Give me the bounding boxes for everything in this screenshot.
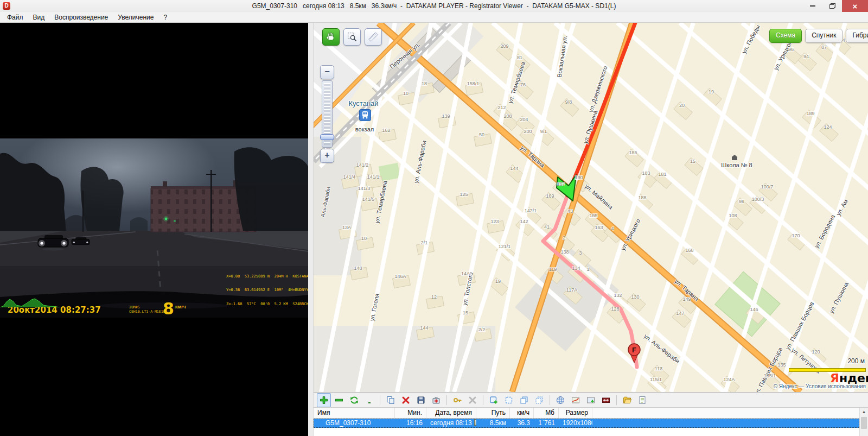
backup-button[interactable] bbox=[429, 393, 443, 407]
add-button[interactable] bbox=[317, 393, 331, 407]
column-header[interactable]: Имя bbox=[314, 408, 395, 418]
file-table-scrollbar[interactable]: ▲ bbox=[859, 408, 868, 436]
house-number: 10 bbox=[361, 236, 367, 241]
street-label: ул. Толстого bbox=[461, 271, 474, 306]
zoom-in-button[interactable]: + bbox=[320, 149, 334, 163]
house-number: 19 bbox=[709, 89, 714, 94]
column-header[interactable]: Мин. bbox=[395, 408, 426, 418]
street-label: ул. Аль-Фараби bbox=[412, 140, 427, 184]
report-button[interactable] bbox=[635, 393, 649, 407]
osd-speed: 8 КМ/Ч bbox=[163, 302, 186, 316]
street-label: Перонная ул. bbox=[388, 41, 421, 69]
cascade-select-button[interactable] bbox=[532, 393, 546, 407]
frame-add-button[interactable] bbox=[487, 393, 501, 407]
cell-Дата, время: сегодня 08:13 bbox=[426, 419, 476, 428]
menu-item-help[interactable]: ? bbox=[158, 12, 172, 22]
video-panel[interactable]: 20окт2014 08:27:37 20M#5 CEH10.LT1-A-M1E… bbox=[0, 23, 308, 436]
map-type-button[interactable]: Гибрид bbox=[846, 29, 868, 43]
menu-item-file[interactable]: Файл bbox=[2, 12, 28, 22]
restore-button[interactable] bbox=[822, 0, 842, 12]
house-number: 142/1 bbox=[525, 208, 537, 213]
house-number: 10 bbox=[403, 91, 409, 96]
save-button[interactable] bbox=[414, 393, 428, 407]
osd-speed-graph bbox=[0, 296, 60, 307]
house-number: 142 bbox=[520, 219, 528, 224]
remove-button[interactable] bbox=[332, 393, 346, 407]
frame-select-button[interactable] bbox=[502, 393, 516, 407]
school-icon bbox=[731, 153, 738, 163]
refresh-button[interactable] bbox=[347, 393, 361, 407]
map-add-button[interactable] bbox=[584, 393, 598, 407]
house-number: 165 bbox=[589, 213, 597, 218]
scrollbar-up-arrow[interactable]: ▲ bbox=[860, 408, 868, 416]
house-number: 163 bbox=[595, 225, 603, 230]
map-panel[interactable]: F Перонная ул.ул. Темирбаеваул. Темирбае… bbox=[314, 23, 868, 392]
house-number: 208 bbox=[503, 113, 512, 119]
zoom-select-button[interactable] bbox=[343, 28, 361, 46]
cell-Путь: 8.5км bbox=[476, 419, 510, 428]
key-button[interactable] bbox=[450, 393, 464, 407]
street-label: ул. Павших Борцов bbox=[784, 301, 815, 351]
house-number: 141/5 bbox=[362, 197, 375, 202]
zoom-slider-handle[interactable] bbox=[320, 134, 334, 140]
open-folder-button[interactable] bbox=[620, 393, 634, 407]
column-header[interactable]: Путь bbox=[476, 408, 510, 418]
toolbar-separator bbox=[483, 395, 483, 405]
street-label: ул. Ам bbox=[835, 198, 849, 217]
house-number: 132 bbox=[614, 293, 622, 298]
house-number: 2/1 bbox=[421, 240, 428, 245]
house-number: 212 bbox=[497, 105, 506, 110]
column-header[interactable]: Мб bbox=[534, 408, 559, 418]
map-type-button[interactable]: Спутник bbox=[805, 29, 843, 43]
house-number: 141/4 bbox=[343, 174, 356, 180]
zoom-out-button[interactable]: − bbox=[320, 65, 334, 79]
delete-button[interactable] bbox=[399, 393, 413, 407]
street-label: ул. Пушкина bbox=[582, 110, 599, 144]
video-osd-overlay: 20окт2014 08:27:37 20M#5 CEH10.LT1-A-M1E… bbox=[0, 296, 308, 317]
google-earth-button[interactable] bbox=[553, 393, 567, 407]
house-number: 96 bbox=[788, 47, 794, 52]
menu-item-playback[interactable]: Воспроизведение bbox=[49, 12, 113, 22]
column-header[interactable]: Дата, время bbox=[426, 408, 476, 418]
table-row[interactable]: G5M_0307-31016:16сегодня 08:138.5км36.31… bbox=[314, 419, 859, 428]
column-header[interactable]: Размер bbox=[559, 408, 592, 418]
house-number: 120 bbox=[812, 349, 820, 355]
house-number: 135/1 bbox=[764, 373, 776, 378]
cascade-button[interactable] bbox=[517, 393, 531, 407]
map-copyright-link[interactable]: © Яндекс — Условия использования bbox=[774, 383, 866, 389]
copy-button[interactable] bbox=[384, 393, 398, 407]
train-station-icon[interactable] bbox=[360, 110, 371, 121]
column-header[interactable]: км/ч bbox=[510, 408, 534, 418]
more-button[interactable] bbox=[362, 393, 376, 407]
house-number: 115/1 bbox=[650, 377, 662, 382]
pan-hand-button[interactable] bbox=[322, 28, 340, 46]
menu-item-view[interactable]: Вид bbox=[28, 12, 50, 22]
house-number: 119 bbox=[549, 267, 557, 272]
house-number: 108 bbox=[729, 213, 737, 218]
house-number: 87 bbox=[821, 45, 827, 50]
screen-size-button[interactable] bbox=[599, 393, 613, 407]
close-button[interactable]: × bbox=[842, 0, 868, 12]
house-number: 141/2 bbox=[356, 162, 369, 168]
house-number: 3 bbox=[579, 250, 582, 256]
panel-splitter[interactable] bbox=[308, 23, 314, 436]
zoom-slider-track[interactable] bbox=[322, 80, 333, 148]
cell-Размер: 1920x1080 bbox=[559, 419, 592, 428]
house-number: 121/1 bbox=[499, 244, 511, 249]
house-number: 185 bbox=[629, 150, 637, 155]
house-number: 147 bbox=[676, 311, 684, 316]
map-route-button[interactable] bbox=[569, 393, 583, 407]
house-number: 183 bbox=[642, 170, 650, 176]
minimize-button[interactable] bbox=[803, 0, 822, 12]
file-table: ИмяМин.Дата, времяПутькм/чМбРазмер G5M_0… bbox=[314, 408, 859, 436]
house-number: 181 bbox=[658, 172, 666, 177]
house-number: 124А bbox=[723, 377, 735, 382]
menu-item-zoom[interactable]: Увеличение bbox=[113, 12, 158, 22]
house-number: 125 bbox=[459, 192, 468, 197]
map-type-button[interactable]: Схема bbox=[769, 29, 802, 43]
scrollbar-thumb[interactable] bbox=[861, 417, 867, 429]
station-label: вокзал bbox=[355, 126, 374, 132]
ruler-button[interactable] bbox=[365, 28, 382, 46]
house-number: 1 bbox=[586, 267, 589, 272]
house-number: 146А bbox=[394, 274, 406, 279]
